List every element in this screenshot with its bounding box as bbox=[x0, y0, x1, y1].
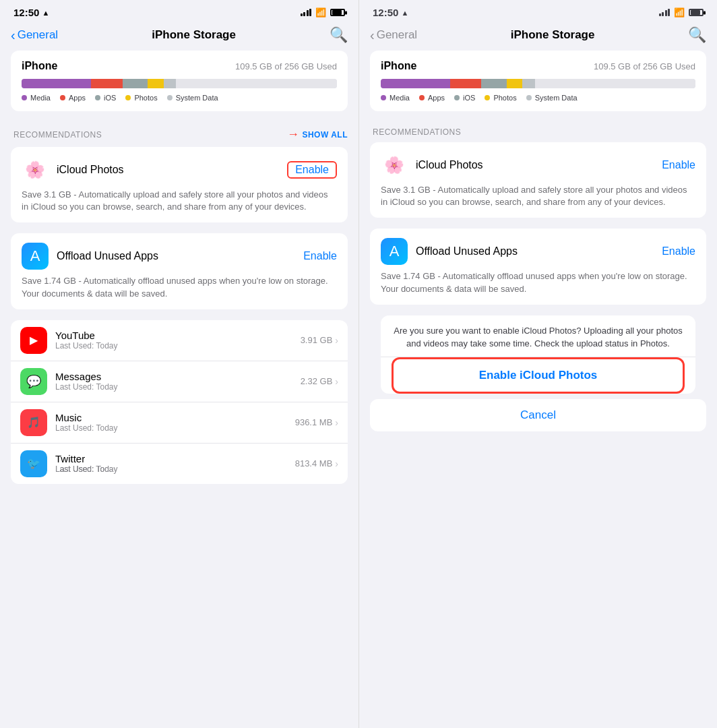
right-wifi-icon: 📶 bbox=[674, 7, 685, 18]
music-icon: 🎵 bbox=[20, 409, 47, 436]
chevron-icon: › bbox=[335, 335, 338, 346]
left-nav-bar: ‹ General iPhone Storage 🔍 bbox=[0, 22, 358, 51]
right-legend-sysdata: System Data bbox=[526, 94, 578, 102]
app-row-messages[interactable]: 💬 Messages Last Used: Today 2.32 GB › bbox=[11, 361, 348, 402]
right-legend-ios: iOS bbox=[454, 94, 475, 102]
segment-sysdata bbox=[164, 79, 177, 88]
youtube-icon: ▶ bbox=[20, 327, 47, 354]
right-icloud-enable-button[interactable]: Enable bbox=[662, 159, 695, 171]
show-all-label: SHOW ALL bbox=[302, 130, 348, 140]
right-seg-free bbox=[535, 79, 695, 88]
right-back-button[interactable]: ‹ General bbox=[370, 28, 417, 43]
right-time-text: 12:50 bbox=[373, 7, 398, 18]
right-icloud-header: 🌸 iCloud Photos Enable bbox=[381, 152, 695, 179]
left-back-button[interactable]: ‹ General bbox=[11, 28, 58, 43]
youtube-size: 3.91 GB › bbox=[301, 335, 338, 346]
right-seg-sysdata bbox=[522, 79, 535, 88]
cancel-button[interactable]: Cancel bbox=[381, 399, 695, 431]
left-status-bar: 12:50 ▲ 📶 bbox=[0, 0, 358, 22]
right-seg-ios bbox=[481, 79, 506, 88]
right-status-bar: 12:50 ▲ 📶 bbox=[359, 0, 717, 22]
battery-icon bbox=[330, 9, 345, 16]
right-rec-label: RECOMMENDATIONS bbox=[370, 127, 706, 137]
left-storage-legend: Media Apps iOS Photos System Data bbox=[22, 94, 337, 102]
right-time: 12:50 ▲ bbox=[373, 7, 408, 18]
right-storage-usage: 109.5 GB of 256 GB Used bbox=[594, 61, 695, 71]
right-page-title: iPhone Storage bbox=[511, 28, 595, 42]
back-label: General bbox=[18, 28, 58, 42]
messages-size: 2.32 GB › bbox=[301, 376, 338, 387]
right-icloud-card: 🌸 iCloud Photos Enable Save 3.1 GB - Aut… bbox=[370, 142, 706, 218]
right-legend-apps: Apps bbox=[419, 94, 445, 102]
right-icloud-title: iCloud Photos bbox=[416, 159, 654, 171]
confirm-dialog: Are you sure you want to enable iCloud P… bbox=[381, 315, 695, 394]
right-search-button[interactable]: 🔍 bbox=[688, 26, 706, 44]
r-dot-photos bbox=[485, 95, 490, 100]
right-legend-media: Media bbox=[381, 94, 410, 102]
segment-ios bbox=[123, 79, 148, 88]
app-row-music[interactable]: 🎵 Music Last Used: Today 936.1 MB › bbox=[11, 402, 348, 444]
right-icloud-description: Save 3.1 GB - Automatically upload and s… bbox=[381, 184, 695, 208]
enable-icloud-photos-button[interactable]: Enable iCloud Photos bbox=[392, 357, 685, 394]
offload-enable-button[interactable]: Enable bbox=[303, 250, 337, 262]
confirm-message: Are you sure you want to enable iCloud P… bbox=[381, 315, 695, 357]
icloud-title: iCloud Photos bbox=[57, 164, 279, 176]
icloud-photos-icon: 🌸 bbox=[22, 156, 49, 183]
legend-dot-ios bbox=[95, 95, 100, 100]
youtube-meta: YouTube Last Used: Today bbox=[55, 330, 301, 351]
legend-dot-photos bbox=[125, 95, 131, 100]
r-label-sysdata: System Data bbox=[535, 94, 578, 102]
signal-bar-2 bbox=[303, 12, 305, 16]
chevron-icon: › bbox=[335, 417, 338, 428]
arrow-icon: → bbox=[287, 127, 300, 142]
app-row-twitter[interactable]: 🐦 Twitter Last Used: Today 813.4 MB › bbox=[11, 444, 348, 484]
r-dot-apps bbox=[419, 95, 425, 100]
offload-title: Offload Unused Apps bbox=[57, 250, 295, 262]
left-rec-label: RECOMMENDATIONS → SHOW ALL bbox=[11, 127, 348, 142]
right-nav-bar: ‹ General iPhone Storage 🔍 bbox=[359, 22, 717, 51]
left-offload-card: A Offload Unused Apps Enable Save 1.74 G… bbox=[11, 233, 348, 309]
left-storage-card: iPhone 109.5 GB of 256 GB Used Media App… bbox=[11, 51, 348, 111]
legend-label-sysdata: System Data bbox=[176, 94, 218, 102]
icloud-enable-button[interactable]: Enable bbox=[287, 161, 337, 179]
left-status-icons: 📶 bbox=[301, 7, 346, 18]
r-dot-media bbox=[381, 95, 386, 100]
icloud-description: Save 3.1 GB - Automatically upload and s… bbox=[22, 189, 337, 213]
offload-app-icon: A bbox=[22, 243, 49, 270]
left-scroll-content: iPhone 109.5 GB of 256 GB Used Media App… bbox=[0, 51, 358, 728]
legend-label-ios: iOS bbox=[104, 94, 116, 102]
right-status-icons: 📶 bbox=[659, 7, 704, 18]
right-offload-enable-button[interactable]: Enable bbox=[662, 245, 695, 257]
twitter-meta: Twitter Last Used: Today bbox=[55, 453, 295, 474]
twitter-icon: 🐦 bbox=[20, 450, 47, 477]
right-location-icon: ▲ bbox=[401, 9, 408, 17]
rec-label-text: RECOMMENDATIONS bbox=[13, 130, 102, 140]
time-text: 12:50 bbox=[13, 7, 39, 18]
legend-label-apps: Apps bbox=[69, 94, 86, 102]
gap bbox=[370, 394, 706, 399]
messages-icon: 💬 bbox=[20, 368, 47, 395]
right-offload-description: Save 1.74 GB - Automatically offload unu… bbox=[381, 270, 695, 295]
right-seg-media bbox=[381, 79, 450, 88]
right-signal-bars bbox=[659, 9, 671, 16]
r-label-photos: Photos bbox=[493, 94, 516, 102]
left-offload-header: A Offload Unused Apps Enable bbox=[22, 243, 337, 270]
r-label-media: Media bbox=[389, 94, 410, 102]
offload-description: Save 1.74 GB - Automatically offload unu… bbox=[22, 275, 337, 299]
right-scroll-content: iPhone 109.5 GB of 256 GB Used Media App… bbox=[359, 51, 717, 728]
right-offload-header: A Offload Unused Apps Enable bbox=[381, 238, 695, 265]
signal-bar-4 bbox=[309, 9, 311, 16]
app-row-youtube[interactable]: ▶ YouTube Last Used: Today 3.91 GB › bbox=[11, 320, 348, 361]
right-storage-header: iPhone 109.5 GB of 256 GB Used bbox=[381, 60, 695, 72]
left-app-list: ▶ YouTube Last Used: Today 3.91 GB › 💬 M… bbox=[11, 320, 348, 484]
left-phone-panel: 12:50 ▲ 📶 ‹ General iPhone Storage 🔍 bbox=[0, 0, 358, 728]
left-search-button[interactable]: 🔍 bbox=[330, 26, 348, 44]
signal-bar-1 bbox=[301, 13, 303, 16]
messages-meta: Messages Last Used: Today bbox=[55, 371, 301, 392]
legend-media: Media bbox=[22, 94, 51, 102]
show-all-button[interactable]: → SHOW ALL bbox=[287, 127, 348, 142]
r-label-ios: iOS bbox=[463, 94, 475, 102]
chevron-icon: › bbox=[335, 376, 338, 387]
r-dot-sysdata bbox=[526, 95, 532, 100]
right-storage-bar bbox=[381, 79, 695, 88]
